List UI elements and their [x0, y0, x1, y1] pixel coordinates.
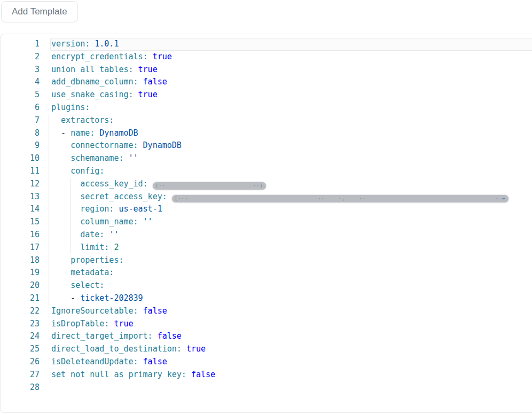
code-line[interactable]: 9 connectorname: DynamoDB [1, 139, 532, 152]
line-number: 4 [1, 76, 40, 89]
code-line-content: - name: DynamoDB [40, 127, 138, 140]
code-line[interactable]: 6plugins: [1, 101, 532, 114]
code-line-content: union_all_tables: true [40, 64, 158, 76]
code-line[interactable]: 5use_snake_casing: true [1, 89, 532, 101]
code-line-content: schemaname: '' [40, 152, 138, 165]
line-number: 27 [1, 369, 40, 381]
line-number: 19 [1, 267, 40, 279]
line-number: 12 [1, 178, 40, 191]
code-token: extractors: [61, 115, 114, 125]
code-token: use_snake_casing: [51, 90, 134, 99]
code-token: true [186, 344, 206, 354]
line-number: 7 [1, 114, 40, 127]
code-token: 2 [114, 243, 119, 252]
code-line[interactable]: 4add_dbname_column: false [1, 76, 532, 89]
code-line[interactable]: 2encrypt_credentials: true [1, 51, 532, 64]
code-line[interactable]: 8 - name: DynamoDB [1, 127, 532, 140]
code-line[interactable]: 10 schemaname: '' [1, 152, 532, 165]
code-line[interactable]: 11 config: [1, 165, 532, 178]
code-token [134, 65, 138, 74]
line-number: 26 [1, 356, 40, 369]
code-line[interactable]: 19 metadata: [1, 267, 532, 279]
redacted-value-bar: [····· ·‚ ···-⌐ [172, 195, 508, 202]
redaction-artifact: ·-⌐ [496, 197, 506, 201]
code-token: false [158, 331, 182, 341]
line-number: 2 [1, 51, 40, 64]
code-token [51, 140, 71, 150]
code-line[interactable]: 23isDropTable: true [1, 318, 532, 331]
code-editor[interactable]: 1version: 1.0.12encrypt_credentials: tru… [0, 34, 532, 413]
code-token: direct_load_to_destination: [51, 344, 182, 354]
code-line[interactable]: 16 date: '' [1, 229, 532, 241]
line-number: 23 [1, 318, 40, 331]
code-line[interactable]: 22IgnoreSourcetable: false [1, 305, 532, 318]
code-token: union_all_tables: [51, 65, 134, 74]
code-token: set_not_null_as_primary_key: [51, 370, 186, 379]
code-line[interactable]: 17 limit: 2 [1, 241, 532, 254]
line-number: 17 [1, 241, 40, 254]
code-token: select: [71, 280, 104, 290]
code-token: column_name: [80, 217, 138, 226]
code-line[interactable]: 21 - ticket-202839 [1, 292, 532, 305]
code-line-content: config: [40, 165, 104, 178]
code-line-content: connectorname: DynamoDB [40, 139, 182, 152]
code-token [134, 90, 138, 99]
code-token: DynamoDB [99, 128, 138, 138]
code-line[interactable]: 18 properties: [1, 254, 532, 267]
code-token: ticket-202839 [80, 293, 143, 303]
code-token [148, 179, 153, 189]
code-token: '' [143, 217, 153, 226]
line-number: 9 [1, 139, 40, 152]
code-line[interactable]: 25direct_load_to_destination: true [1, 343, 532, 356]
code-token: direct_target_import: [51, 331, 153, 341]
code-line[interactable]: 24direct_target_import: false [1, 330, 532, 343]
line-number: 21 [1, 292, 40, 305]
code-area[interactable]: 1version: 1.0.12encrypt_credentials: tru… [1, 34, 532, 394]
line-number: 28 [1, 381, 40, 394]
code-line[interactable]: 1version: 1.0.1 [1, 38, 532, 51]
code-token [95, 128, 99, 138]
code-token: DynamoDB [143, 140, 182, 150]
add-template-button[interactable]: Add Template [1, 1, 78, 22]
line-number: 15 [1, 216, 40, 229]
code-line[interactable]: 12 access_key_id: (····) [1, 178, 532, 191]
code-token: connectorname: [71, 140, 138, 150]
code-line[interactable]: 13 secret_access_key: [····· ·‚ ···-⌐ [1, 191, 532, 204]
redaction-artifact: ··) [253, 184, 263, 189]
code-line[interactable]: 14 region: us-east-1 [1, 203, 532, 216]
code-token: version: [51, 39, 90, 49]
code-token: false [143, 306, 167, 316]
code-line-content: date: '' [40, 229, 119, 241]
code-token [51, 192, 80, 201]
code-line-content: IgnoreSourcetable: false [40, 305, 167, 318]
code-line[interactable]: 26isDeleteandUpdate: false [1, 356, 532, 369]
code-token [167, 192, 172, 201]
redacted-value-bar: (····) [153, 182, 266, 190]
code-line-content: properties: [40, 254, 123, 267]
code-token: true [138, 90, 158, 99]
code-token [51, 179, 80, 189]
code-line[interactable]: 3union_all_tables: true [1, 64, 532, 76]
code-line[interactable]: 27set_not_null_as_primary_key: false [1, 369, 532, 381]
line-number: 20 [1, 279, 40, 292]
line-number: 24 [1, 330, 40, 343]
code-token: IgnoreSourcetable: [51, 306, 138, 316]
code-line[interactable]: 28 [1, 381, 532, 394]
line-number: 10 [1, 152, 40, 165]
code-line-content: direct_target_import: false [40, 330, 182, 343]
code-token: false [191, 370, 215, 379]
code-token: true [153, 52, 172, 61]
code-token: limit: [80, 243, 109, 252]
code-token [51, 153, 71, 163]
code-token [148, 52, 153, 61]
code-token [51, 166, 71, 176]
line-number: 5 [1, 89, 40, 101]
code-line[interactable]: 20 select: [1, 279, 532, 292]
code-line-content: isDeleteandUpdate: false [40, 356, 167, 369]
code-line[interactable]: 7 extractors: [1, 114, 532, 127]
code-line[interactable]: 15 column_name: '' [1, 216, 532, 229]
line-number: 11 [1, 165, 40, 178]
code-token [51, 115, 61, 125]
code-line-content [40, 381, 51, 394]
code-token: date: [80, 230, 104, 239]
